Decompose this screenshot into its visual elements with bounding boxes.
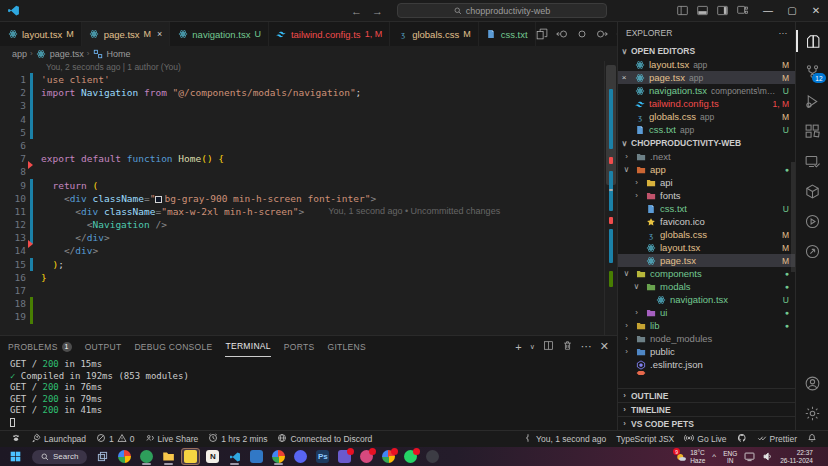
- taskbar-app-notion[interactable]: N: [203, 448, 222, 465]
- chevron-right-icon[interactable]: ›: [622, 152, 631, 161]
- section-timeline[interactable]: ›TIMELINE: [618, 402, 795, 416]
- chevron-right-icon[interactable]: ›: [632, 191, 641, 200]
- code-line[interactable]: 13 </div>: [0, 231, 617, 244]
- panel-tab-ports[interactable]: PORTS: [284, 336, 315, 357]
- taskbar-app-chrome[interactable]: [269, 448, 288, 465]
- explorer-more-icon[interactable]: ⋯: [779, 28, 788, 38]
- maximize-button[interactable]: ▢: [780, 0, 804, 22]
- tree-item-node_modules[interactable]: ›node_modules: [618, 332, 795, 345]
- breadcrumb-item-page.tsx[interactable]: page.tsx: [36, 48, 84, 59]
- terminal-output[interactable]: GET / 200 in 15ms✓ Compiled in 192ms (85…: [0, 357, 617, 430]
- taskbar-app-whatsapp[interactable]: [401, 448, 420, 465]
- status-go-live[interactable]: Go Live: [679, 431, 731, 447]
- chevron-right-icon[interactable]: ›: [622, 321, 631, 330]
- split-terminal-icon[interactable]: [543, 340, 554, 353]
- code-line[interactable]: 14 </div>: [0, 244, 617, 257]
- taskbar-app-teams-app[interactable]: [335, 448, 354, 465]
- nav-forward-icon[interactable]: →: [372, 5, 383, 17]
- status-launchpad[interactable]: Launchpad: [26, 431, 91, 447]
- tree-item-layout.tsx[interactable]: layout.tsxM: [618, 241, 795, 254]
- status-live-share[interactable]: Live Share: [140, 431, 204, 447]
- code-line[interactable]: 3: [0, 99, 617, 112]
- tray-chevron-up-icon[interactable]: ^: [712, 452, 716, 461]
- code-line[interactable]: 5: [0, 126, 617, 139]
- tree-item-lib[interactable]: ›lib●: [618, 319, 795, 332]
- section-vs-code-pets[interactable]: ›VS CODE PETS: [618, 416, 795, 430]
- sidebar-scrollbar[interactable]: [791, 162, 795, 272]
- status-bell[interactable]: [802, 431, 822, 447]
- next-change-icon[interactable]: [596, 28, 608, 40]
- close-editor-icon[interactable]: ×: [618, 73, 630, 82]
- codelens-blame[interactable]: You, 2 seconds ago | 1 author (You): [0, 61, 617, 73]
- open-editor-layout.tsx[interactable]: layout.tsxappM: [618, 58, 795, 71]
- panel-tab-gitlens[interactable]: GITLENS: [327, 336, 365, 357]
- chevron-right-icon[interactable]: ›: [632, 308, 641, 317]
- code-line[interactable]: 16}: [0, 271, 617, 284]
- taskbar-app-pink-app[interactable]: [357, 448, 376, 465]
- breadcrumb-item-Home[interactable]: Home: [92, 48, 130, 59]
- status-prettier[interactable]: Prettier: [752, 431, 802, 447]
- panel-tab-output[interactable]: OUTPUT: [85, 336, 122, 357]
- tab-page.tsx[interactable]: page.tsxM×: [82, 22, 171, 46]
- cast-icon[interactable]: [744, 451, 755, 463]
- taskbar-app-sticky-notes[interactable]: [181, 448, 200, 465]
- code-line[interactable]: 15 );: [0, 258, 617, 271]
- code-line[interactable]: 1'use client': [0, 73, 617, 86]
- close-panel-icon[interactable]: ✕: [600, 340, 609, 353]
- code-line[interactable]: 6: [0, 139, 617, 152]
- tab-navigation.tsx[interactable]: navigation.tsxU: [170, 22, 269, 46]
- terminal-dropdown-icon[interactable]: ∨: [530, 343, 535, 351]
- status-connected-to-discord[interactable]: Connected to Discord: [272, 431, 377, 447]
- code-line[interactable]: 12 <Navigation />: [0, 218, 617, 231]
- code-line[interactable]: 4: [0, 113, 617, 126]
- open-editors-header[interactable]: ∨ OPEN EDITORS: [618, 44, 795, 58]
- breadcrumb-item-app[interactable]: app: [12, 49, 27, 59]
- tree-item-fonts[interactable]: ›fonts: [618, 189, 795, 202]
- code-line[interactable]: 11 <div className="max-w-2xl min-h-scree…: [0, 205, 617, 218]
- taskbar-app-vscode[interactable]: [225, 448, 244, 465]
- tree-item-components[interactable]: ∨components●: [618, 267, 795, 280]
- code-line[interactable]: 9 return (: [0, 179, 617, 192]
- taskbar-app-discord[interactable]: [291, 448, 310, 465]
- tree-item-css.txt[interactable]: css.txtU: [618, 202, 795, 215]
- code-line[interactable]: 17: [0, 284, 617, 297]
- activity-extensions[interactable]: [796, 116, 828, 146]
- activity-run-debug[interactable]: [796, 86, 828, 116]
- open-changes-icon[interactable]: [536, 28, 548, 40]
- taskbar-app-green-browser-app[interactable]: [137, 448, 156, 465]
- tree-item-.next[interactable]: ›.next: [618, 150, 795, 163]
- project-root-header[interactable]: ∨ CHOPPRODUCTIVITY-WEB: [618, 136, 795, 150]
- activity-remote-explorer[interactable]: [796, 146, 828, 176]
- activity-account[interactable]: [796, 368, 828, 398]
- language-indicator[interactable]: ENGIN: [723, 450, 737, 464]
- tree-item-modals[interactable]: ∨modals●: [618, 280, 795, 293]
- open-editor-navigation.tsx[interactable]: navigation.tsxcomponents\modalsU: [618, 84, 795, 97]
- command-center-search[interactable]: chopproductivity-web: [397, 3, 607, 18]
- code-line[interactable]: 18: [0, 297, 617, 310]
- chevron-down-icon[interactable]: ∨: [622, 165, 631, 174]
- status-1-hrs-2-mins[interactable]: 1 hrs 2 mins: [203, 431, 272, 447]
- vscode-logo-icon[interactable]: [0, 4, 26, 17]
- weather-widget[interactable]: 918°CHaze: [675, 449, 705, 464]
- nav-back-icon[interactable]: ←: [351, 5, 362, 17]
- open-editor-css.txt[interactable]: css.txtappU: [618, 123, 795, 136]
- chevron-right-icon[interactable]: ›: [632, 178, 641, 187]
- activity-share-circle-extension[interactable]: [796, 236, 828, 266]
- open-editor-page.tsx[interactable]: ×page.tsxappM: [618, 71, 795, 84]
- status-typescript-jsx[interactable]: TypeScript JSX: [611, 431, 679, 447]
- taskbar-app-photoshop-app[interactable]: Ps: [313, 448, 332, 465]
- minimize-button[interactable]: —: [756, 0, 780, 22]
- toggle-bottom-panel-icon[interactable]: [697, 2, 708, 20]
- tab-css.txt[interactable]: css.txt: [479, 22, 536, 46]
- activity-cube-extension[interactable]: [796, 176, 828, 206]
- chevron-right-icon[interactable]: ›: [622, 347, 631, 356]
- tree-item-navigation.tsx[interactable]: navigation.tsxU: [618, 293, 795, 306]
- tab-tailwind.config.ts[interactable]: tailwind.config.ts1, M: [269, 22, 390, 46]
- toggle-panel-icon[interactable]: [677, 2, 688, 20]
- status-you-1-second-ago[interactable]: You, 1 second ago: [518, 431, 611, 447]
- taskbar-app-file-explorer[interactable]: [159, 448, 178, 465]
- kill-terminal-icon[interactable]: [562, 340, 573, 353]
- panel-tab-debug-console[interactable]: DEBUG CONSOLE: [134, 336, 212, 357]
- code-line[interactable]: 19: [0, 310, 617, 323]
- tree-item-app[interactable]: ∨app●: [618, 163, 795, 176]
